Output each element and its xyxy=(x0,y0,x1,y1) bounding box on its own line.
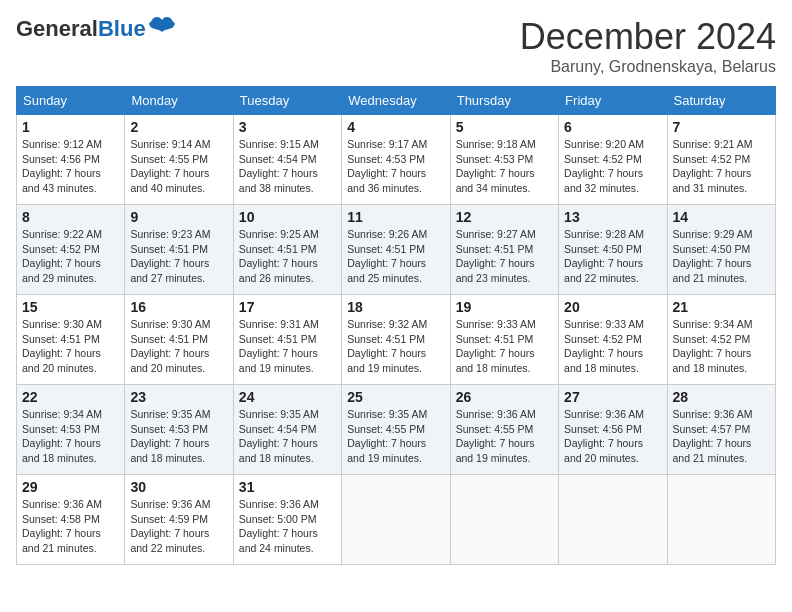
day-number: 18 xyxy=(347,299,444,315)
calendar-cell: 13 Sunrise: 9:28 AMSunset: 4:50 PMDaylig… xyxy=(559,205,667,295)
calendar-cell: 17 Sunrise: 9:31 AMSunset: 4:51 PMDaylig… xyxy=(233,295,341,385)
calendar-cell: 16 Sunrise: 9:30 AMSunset: 4:51 PMDaylig… xyxy=(125,295,233,385)
day-number: 12 xyxy=(456,209,553,225)
day-info: Sunrise: 9:36 AMSunset: 4:57 PMDaylight:… xyxy=(673,408,753,464)
logo-blue-text: Blue xyxy=(98,16,146,42)
calendar-cell: 27 Sunrise: 9:36 AMSunset: 4:56 PMDaylig… xyxy=(559,385,667,475)
day-info: Sunrise: 9:34 AMSunset: 4:52 PMDaylight:… xyxy=(673,318,753,374)
calendar-week-row: 15 Sunrise: 9:30 AMSunset: 4:51 PMDaylig… xyxy=(17,295,776,385)
calendar-cell: 12 Sunrise: 9:27 AMSunset: 4:51 PMDaylig… xyxy=(450,205,558,295)
day-number: 22 xyxy=(22,389,119,405)
calendar-cell: 18 Sunrise: 9:32 AMSunset: 4:51 PMDaylig… xyxy=(342,295,450,385)
day-info: Sunrise: 9:36 AMSunset: 4:56 PMDaylight:… xyxy=(564,408,644,464)
day-number: 14 xyxy=(673,209,770,225)
day-info: Sunrise: 9:35 AMSunset: 4:53 PMDaylight:… xyxy=(130,408,210,464)
day-number: 3 xyxy=(239,119,336,135)
calendar-cell xyxy=(450,475,558,565)
calendar-table: SundayMondayTuesdayWednesdayThursdayFrid… xyxy=(16,86,776,565)
calendar-header-thursday: Thursday xyxy=(450,87,558,115)
day-info: Sunrise: 9:35 AMSunset: 4:54 PMDaylight:… xyxy=(239,408,319,464)
calendar-cell: 19 Sunrise: 9:33 AMSunset: 4:51 PMDaylig… xyxy=(450,295,558,385)
day-number: 1 xyxy=(22,119,119,135)
day-info: Sunrise: 9:36 AMSunset: 5:00 PMDaylight:… xyxy=(239,498,319,554)
day-number: 24 xyxy=(239,389,336,405)
calendar-header-wednesday: Wednesday xyxy=(342,87,450,115)
day-number: 29 xyxy=(22,479,119,495)
calendar-week-row: 8 Sunrise: 9:22 AMSunset: 4:52 PMDayligh… xyxy=(17,205,776,295)
day-info: Sunrise: 9:33 AMSunset: 4:51 PMDaylight:… xyxy=(456,318,536,374)
day-number: 21 xyxy=(673,299,770,315)
calendar-header-sunday: Sunday xyxy=(17,87,125,115)
calendar-cell: 23 Sunrise: 9:35 AMSunset: 4:53 PMDaylig… xyxy=(125,385,233,475)
day-number: 9 xyxy=(130,209,227,225)
calendar-cell: 22 Sunrise: 9:34 AMSunset: 4:53 PMDaylig… xyxy=(17,385,125,475)
day-number: 4 xyxy=(347,119,444,135)
calendar-cell: 2 Sunrise: 9:14 AMSunset: 4:55 PMDayligh… xyxy=(125,115,233,205)
logo-general-text: General xyxy=(16,16,98,42)
calendar-header-monday: Monday xyxy=(125,87,233,115)
calendar-cell: 5 Sunrise: 9:18 AMSunset: 4:53 PMDayligh… xyxy=(450,115,558,205)
calendar-cell xyxy=(559,475,667,565)
calendar-cell xyxy=(667,475,775,565)
day-number: 31 xyxy=(239,479,336,495)
day-info: Sunrise: 9:17 AMSunset: 4:53 PMDaylight:… xyxy=(347,138,427,194)
day-info: Sunrise: 9:30 AMSunset: 4:51 PMDaylight:… xyxy=(22,318,102,374)
day-info: Sunrise: 9:29 AMSunset: 4:50 PMDaylight:… xyxy=(673,228,753,284)
day-number: 25 xyxy=(347,389,444,405)
calendar-cell: 3 Sunrise: 9:15 AMSunset: 4:54 PMDayligh… xyxy=(233,115,341,205)
calendar-header-saturday: Saturday xyxy=(667,87,775,115)
calendar-week-row: 1 Sunrise: 9:12 AMSunset: 4:56 PMDayligh… xyxy=(17,115,776,205)
day-number: 28 xyxy=(673,389,770,405)
calendar-cell: 10 Sunrise: 9:25 AMSunset: 4:51 PMDaylig… xyxy=(233,205,341,295)
day-number: 15 xyxy=(22,299,119,315)
day-info: Sunrise: 9:36 AMSunset: 4:58 PMDaylight:… xyxy=(22,498,102,554)
day-number: 17 xyxy=(239,299,336,315)
location-subtitle: Baruny, Grodnenskaya, Belarus xyxy=(520,58,776,76)
calendar-cell: 20 Sunrise: 9:33 AMSunset: 4:52 PMDaylig… xyxy=(559,295,667,385)
day-number: 13 xyxy=(564,209,661,225)
day-number: 10 xyxy=(239,209,336,225)
calendar-cell: 11 Sunrise: 9:26 AMSunset: 4:51 PMDaylig… xyxy=(342,205,450,295)
calendar-header-row: SundayMondayTuesdayWednesdayThursdayFrid… xyxy=(17,87,776,115)
calendar-cell: 25 Sunrise: 9:35 AMSunset: 4:55 PMDaylig… xyxy=(342,385,450,475)
calendar-header-tuesday: Tuesday xyxy=(233,87,341,115)
day-info: Sunrise: 9:35 AMSunset: 4:55 PMDaylight:… xyxy=(347,408,427,464)
day-info: Sunrise: 9:32 AMSunset: 4:51 PMDaylight:… xyxy=(347,318,427,374)
calendar-header-friday: Friday xyxy=(559,87,667,115)
day-number: 26 xyxy=(456,389,553,405)
calendar-cell: 24 Sunrise: 9:35 AMSunset: 4:54 PMDaylig… xyxy=(233,385,341,475)
day-info: Sunrise: 9:23 AMSunset: 4:51 PMDaylight:… xyxy=(130,228,210,284)
day-info: Sunrise: 9:25 AMSunset: 4:51 PMDaylight:… xyxy=(239,228,319,284)
calendar-cell: 7 Sunrise: 9:21 AMSunset: 4:52 PMDayligh… xyxy=(667,115,775,205)
calendar-cell: 31 Sunrise: 9:36 AMSunset: 5:00 PMDaylig… xyxy=(233,475,341,565)
day-info: Sunrise: 9:36 AMSunset: 4:59 PMDaylight:… xyxy=(130,498,210,554)
title-area: December 2024 Baruny, Grodnenskaya, Bela… xyxy=(520,16,776,76)
calendar-cell: 30 Sunrise: 9:36 AMSunset: 4:59 PMDaylig… xyxy=(125,475,233,565)
day-number: 2 xyxy=(130,119,227,135)
day-number: 16 xyxy=(130,299,227,315)
day-number: 7 xyxy=(673,119,770,135)
day-info: Sunrise: 9:34 AMSunset: 4:53 PMDaylight:… xyxy=(22,408,102,464)
calendar-cell: 15 Sunrise: 9:30 AMSunset: 4:51 PMDaylig… xyxy=(17,295,125,385)
day-number: 27 xyxy=(564,389,661,405)
calendar-cell: 14 Sunrise: 9:29 AMSunset: 4:50 PMDaylig… xyxy=(667,205,775,295)
day-number: 6 xyxy=(564,119,661,135)
calendar-cell xyxy=(342,475,450,565)
day-number: 8 xyxy=(22,209,119,225)
logo-bird-icon xyxy=(148,16,176,42)
day-info: Sunrise: 9:33 AMSunset: 4:52 PMDaylight:… xyxy=(564,318,644,374)
calendar-cell: 28 Sunrise: 9:36 AMSunset: 4:57 PMDaylig… xyxy=(667,385,775,475)
day-info: Sunrise: 9:18 AMSunset: 4:53 PMDaylight:… xyxy=(456,138,536,194)
calendar-cell: 4 Sunrise: 9:17 AMSunset: 4:53 PMDayligh… xyxy=(342,115,450,205)
calendar-cell: 21 Sunrise: 9:34 AMSunset: 4:52 PMDaylig… xyxy=(667,295,775,385)
day-number: 5 xyxy=(456,119,553,135)
logo: General Blue xyxy=(16,16,176,42)
day-number: 19 xyxy=(456,299,553,315)
calendar-cell: 6 Sunrise: 9:20 AMSunset: 4:52 PMDayligh… xyxy=(559,115,667,205)
calendar-cell: 29 Sunrise: 9:36 AMSunset: 4:58 PMDaylig… xyxy=(17,475,125,565)
day-info: Sunrise: 9:22 AMSunset: 4:52 PMDaylight:… xyxy=(22,228,102,284)
day-info: Sunrise: 9:28 AMSunset: 4:50 PMDaylight:… xyxy=(564,228,644,284)
day-number: 11 xyxy=(347,209,444,225)
day-info: Sunrise: 9:21 AMSunset: 4:52 PMDaylight:… xyxy=(673,138,753,194)
day-info: Sunrise: 9:27 AMSunset: 4:51 PMDaylight:… xyxy=(456,228,536,284)
